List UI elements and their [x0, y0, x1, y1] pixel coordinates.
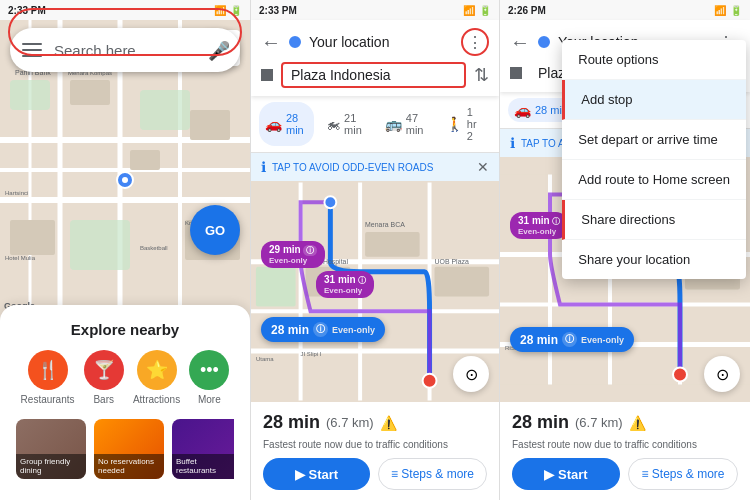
- warning-emoji-3: ⚠️: [629, 415, 646, 431]
- svg-rect-32: [365, 232, 420, 257]
- category-row: 🍴 Restaurants 🍸 Bars ⭐ Attractions •••: [16, 350, 234, 405]
- svg-rect-10: [70, 220, 130, 270]
- back-button-2[interactable]: ←: [261, 31, 281, 54]
- moto-time: 21 min: [344, 112, 367, 136]
- alt-route-badge-3: 31 min ⓘ Even-only: [510, 212, 568, 239]
- main-route-badge: 28 min ⓘ Even-only: [261, 317, 385, 342]
- go-button[interactable]: GO: [190, 205, 240, 255]
- nav-header-2: ← Your location ⋮ Plaza Indonesia ⇅: [251, 20, 499, 96]
- category-attractions[interactable]: ⭐ Attractions: [133, 350, 180, 405]
- svg-rect-12: [130, 150, 160, 170]
- status-bar-3: 2:26 PM 📶 🔋: [500, 0, 750, 20]
- dropdown-depart-arrive[interactable]: Set depart or arrive time: [562, 120, 746, 160]
- status-bar-1: 2:33 PM 📶 🔋: [0, 0, 250, 20]
- warning-emoji-2: ⚠️: [380, 415, 397, 431]
- info-icon-2: ℹ: [261, 159, 266, 175]
- hamburger-icon[interactable]: [22, 43, 42, 57]
- tab-moto[interactable]: 🏍 21 min: [320, 102, 373, 146]
- svg-rect-11: [70, 80, 110, 105]
- route-summary-2: 28 min (6.7 km) ⚠️: [263, 412, 487, 433]
- svg-text:Utama: Utama: [256, 356, 274, 362]
- panel-3: 2:26 PM 📶 🔋 ← Your location ⋮ Plaza Indo…: [500, 0, 750, 500]
- svg-text:UOB Plaza: UOB Plaza: [435, 258, 469, 265]
- more-icon: •••: [189, 350, 229, 390]
- route-dist-2: (6.7 km): [326, 415, 374, 430]
- dropdown-share-directions[interactable]: Share directions: [562, 200, 746, 240]
- time-3: 2:26 PM: [508, 5, 546, 16]
- dropdown-add-stop[interactable]: Add stop: [562, 80, 746, 120]
- route-time-2: 28 min: [263, 412, 320, 433]
- svg-text:Hartsinci: Hartsinci: [5, 190, 28, 196]
- status-icons-1: 📶 🔋: [214, 5, 242, 16]
- panel-2: 2:33 PM 📶 🔋 ← Your location ⋮ Plaza Indo…: [250, 0, 500, 500]
- panel-1: 2:33 PM 📶 🔋: [0, 0, 250, 500]
- nav-bottom-3: 28 min (6.7 km) ⚠️ Fastest route now due…: [500, 402, 750, 500]
- svg-rect-33: [435, 267, 490, 297]
- compass-button-3[interactable]: ⊙: [704, 356, 740, 392]
- nav-dest-row: Plaza Indonesia ⇅: [261, 62, 489, 88]
- time-1: 2:33 PM: [8, 5, 46, 16]
- bus-time: 47 min: [406, 112, 428, 136]
- category-bars[interactable]: 🍸 Bars: [84, 350, 124, 405]
- dropdown-add-home[interactable]: Add route to Home screen: [562, 160, 746, 200]
- warning-bar-2[interactable]: ℹ TAP TO AVOID ODD-EVEN ROADS ✕: [251, 153, 499, 181]
- start-button-2[interactable]: ▶ Start: [263, 458, 370, 490]
- explore-panel: Explore nearby 🍴 Restaurants 🍸 Bars ⭐ At…: [0, 305, 250, 500]
- explore-title: Explore nearby: [16, 321, 234, 338]
- dropdown-route-options[interactable]: Route options: [562, 40, 746, 80]
- walk-time: 1 hr 2: [467, 106, 485, 142]
- restaurants-icon: 🍴: [28, 350, 68, 390]
- car-time: 28 min: [286, 112, 308, 136]
- attractions-label: Attractions: [133, 394, 180, 405]
- route-dist-3: (6.7 km): [575, 415, 623, 430]
- search-placeholder: Search here: [54, 42, 208, 59]
- nav-actions-2: ▶ Start ≡ Steps & more: [263, 458, 487, 490]
- tab-car[interactable]: 🚗 28 min: [259, 102, 314, 146]
- walk-icon: 🚶: [446, 116, 463, 132]
- place-card-0[interactable]: Group friendly dining: [16, 419, 86, 479]
- place-card-2[interactable]: Buffet restaurants: [172, 419, 234, 479]
- dest-input-outlined[interactable]: Plaza Indonesia: [281, 62, 466, 88]
- origin-input[interactable]: Your location: [309, 34, 453, 50]
- route-sub-2: Fastest route now due to traffic conditi…: [263, 439, 487, 450]
- steps-button-2[interactable]: ≡ Steps & more: [378, 458, 487, 490]
- nav-actions-3: ▶ Start ≡ Steps & more: [512, 458, 738, 490]
- status-bar-2: 2:33 PM 📶 🔋: [251, 0, 499, 20]
- status-icons-2: 📶 🔋: [463, 5, 491, 16]
- time-2: 2:33 PM: [259, 5, 297, 16]
- svg-point-52: [673, 368, 687, 382]
- more-label: More: [198, 394, 221, 405]
- origin-dot-3: [538, 36, 550, 48]
- start-button-3[interactable]: ▶ Start: [512, 458, 620, 490]
- place-card-1[interactable]: No reservations needed: [94, 419, 164, 479]
- swap-button[interactable]: ⇅: [474, 64, 489, 86]
- attractions-icon: ⭐: [137, 350, 177, 390]
- svg-point-17: [122, 177, 128, 183]
- mic-icon[interactable]: 🎤: [208, 40, 228, 60]
- tab-bus[interactable]: 🚌 47 min: [379, 102, 434, 146]
- more-button-2[interactable]: ⋮: [461, 28, 489, 56]
- svg-point-35: [324, 196, 336, 208]
- dropdown-share-location[interactable]: Share your location: [562, 240, 746, 279]
- category-restaurants[interactable]: 🍴 Restaurants: [21, 350, 75, 405]
- place-card-label-2: Buffet restaurants: [172, 454, 234, 479]
- close-button-2[interactable]: ✕: [477, 159, 489, 175]
- tab-walk[interactable]: 🚶 1 hr 2: [440, 102, 491, 146]
- nav-origin-row: ← Your location ⋮: [261, 28, 489, 56]
- search-bar[interactable]: Search here 🎤: [10, 28, 240, 72]
- bars-icon: 🍸: [84, 350, 124, 390]
- restaurants-label: Restaurants: [21, 394, 75, 405]
- steps-button-3[interactable]: ≡ Steps & more: [628, 458, 738, 490]
- compass-button-2[interactable]: ⊙: [453, 356, 489, 392]
- svg-rect-34: [256, 267, 296, 307]
- place-card-label-0: Group friendly dining: [16, 454, 86, 479]
- svg-point-36: [423, 374, 437, 388]
- info-icon-3: ℹ: [510, 135, 515, 151]
- back-button-3[interactable]: ←: [510, 31, 530, 54]
- transport-tabs-2: 🚗 28 min 🏍 21 min 🚌 47 min 🚶 1 hr 2: [251, 96, 499, 153]
- route-time-3: 28 min: [512, 412, 569, 433]
- map-area-2: Pelni Hospital Menara BCA UOB Plaza Utam…: [251, 181, 499, 402]
- svg-rect-13: [190, 110, 230, 140]
- alt-route-badge: 29 min ⓘ Even-only: [261, 241, 325, 268]
- category-more[interactable]: ••• More: [189, 350, 229, 405]
